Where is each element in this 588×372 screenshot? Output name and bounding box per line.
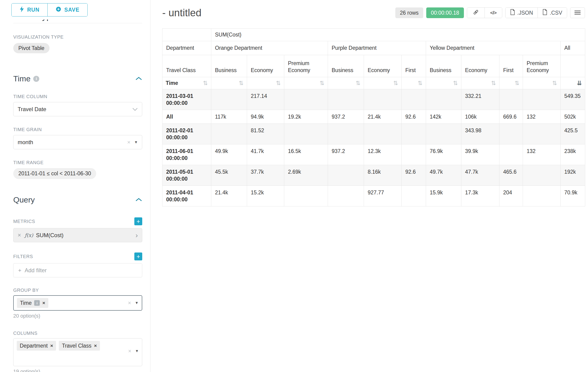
sort-icon[interactable]: ⇅ xyxy=(203,80,208,86)
pivot-class-header: Premium Economy xyxy=(284,55,328,77)
download-csv-button[interactable]: .CSV xyxy=(537,8,567,18)
sort-icon[interactable]: ⇅ xyxy=(491,80,496,86)
time-grain-select[interactable]: month × ▼ xyxy=(13,135,142,149)
pivot-class-header: Economy xyxy=(247,55,284,77)
copy-link-button[interactable] xyxy=(467,8,484,18)
save-button[interactable]: SAVE xyxy=(47,3,87,16)
pivot-sort-header[interactable]: ⇅ xyxy=(499,77,523,89)
plus-circle-icon xyxy=(55,6,61,13)
sort-icon[interactable]: ⇅ xyxy=(393,80,398,86)
remove-tag-icon[interactable]: × xyxy=(94,343,97,349)
sort-icon[interactable]: ⇅ xyxy=(276,80,281,86)
chart-title[interactable]: - untitled xyxy=(162,7,201,19)
time-row-label: Time xyxy=(166,80,178,86)
clear-icon[interactable]: × xyxy=(127,139,130,145)
remove-metric-icon[interactable]: × xyxy=(18,232,21,239)
pivot-sort-header-all[interactable]: ⇊ xyxy=(561,77,585,89)
pivot-cell: 502k xyxy=(561,110,585,124)
dropdown-caret-icon[interactable]: ▼ xyxy=(135,301,138,305)
add-filter-button[interactable]: + Add filter xyxy=(13,263,142,277)
visualization-type-pill[interactable]: Pivot Table xyxy=(13,43,50,53)
pivot-sort-header[interactable]: ⇅ xyxy=(211,77,247,89)
clear-icon[interactable]: × xyxy=(128,348,131,354)
sort-icon[interactable]: ⇅ xyxy=(418,80,422,86)
pivot-cell xyxy=(328,186,364,206)
query-section-heading: Query xyxy=(13,195,35,204)
pivot-cell: 132 xyxy=(523,110,561,124)
sort-icon[interactable]: ⇅ xyxy=(356,80,360,86)
pivot-cell: 15.9k xyxy=(426,186,461,206)
pivot-cell xyxy=(523,89,561,110)
pivot-row-label: 2011-05-01 00:00:00 xyxy=(162,165,211,186)
save-button-label: SAVE xyxy=(64,7,80,13)
pivot-sort-header[interactable]: ⇅ xyxy=(461,77,499,89)
pivot-row-label: All xyxy=(162,110,211,124)
dropdown-caret-icon[interactable]: ▼ xyxy=(135,349,139,353)
sort-icon[interactable]: ⇅ xyxy=(320,80,325,86)
group-by-options-count: 20 option(s) xyxy=(13,313,142,319)
sort-icon[interactable]: ⇅ xyxy=(453,80,458,86)
pivot-cell: 132 xyxy=(523,144,561,165)
add-metric-button[interactable]: + xyxy=(134,217,142,225)
expand-metric-icon[interactable]: › xyxy=(136,231,138,239)
sort-icon[interactable]: ⇅ xyxy=(514,80,519,86)
pivot-cell: 37.7k xyxy=(247,165,284,186)
selected-option-tag: Timei× xyxy=(17,298,48,308)
download-csv-label: .CSV xyxy=(550,10,562,16)
metrics-label: METRICS xyxy=(13,219,35,224)
pivot-sort-header[interactable]: ⇅ xyxy=(402,77,426,89)
view-query-button[interactable]: </> xyxy=(484,8,502,18)
pivot-cell xyxy=(499,124,523,144)
run-save-button-group: RUN SAVE xyxy=(11,3,88,17)
pivot-cell: 39.9k xyxy=(461,144,499,165)
sort-icon[interactable]: ⇅ xyxy=(552,80,557,86)
pivot-sort-header[interactable]: ⇅ xyxy=(523,77,561,89)
sort-desc-icon[interactable]: ⇊ xyxy=(577,80,582,86)
pivot-sort-header[interactable]: ⇅ xyxy=(284,77,328,89)
pivot-time-axis-label[interactable]: Time⇅ xyxy=(162,77,211,89)
chevron-up-icon[interactable] xyxy=(135,197,142,202)
pivot-cell: 465.6 xyxy=(499,165,523,186)
info-icon: i xyxy=(34,300,40,306)
pivot-cell: 2.69k xyxy=(284,165,328,186)
pivot-cell: 142k xyxy=(426,110,461,124)
pivot-cell: 117k xyxy=(211,110,247,124)
columns-options-count: 19 option(s) xyxy=(13,369,142,372)
group-by-select[interactable]: Timei× × ▼ xyxy=(13,295,142,311)
pivot-sort-header[interactable]: ⇅ xyxy=(364,77,402,89)
pivot-cell: 16.5k xyxy=(284,144,328,165)
clear-icon[interactable]: × xyxy=(128,300,131,306)
time-range-pill[interactable]: 2011-01-01 ≤ col < 2011-06-30 xyxy=(13,168,96,179)
columns-select[interactable]: Department×Travel Class× × ▼ xyxy=(13,338,142,366)
file-icon xyxy=(510,9,515,17)
pivot-sort-header[interactable]: ⇅ xyxy=(247,77,284,89)
remove-tag-icon[interactable]: × xyxy=(50,343,53,349)
pivot-cell xyxy=(364,89,402,110)
metric-option[interactable]: × ƒ(x) SUM(Cost) › xyxy=(13,228,142,242)
pivot-cell: 8.16k xyxy=(364,165,402,186)
pivot-cell: 425.5 xyxy=(561,124,585,144)
time-column-select[interactable]: Travel Date xyxy=(13,102,142,116)
pivot-sort-header[interactable]: ⇅ xyxy=(426,77,461,89)
sort-icon[interactable]: ⇅ xyxy=(239,80,243,86)
pivot-cell: 92.6 xyxy=(402,110,426,124)
dropdown-caret-icon[interactable]: ▼ xyxy=(134,140,138,144)
pivot-cell: 92.6 xyxy=(402,165,426,186)
pivot-row-label: 2011-04-01 00:00:00 xyxy=(162,186,211,206)
tag-label: Time xyxy=(20,300,32,306)
chevron-up-icon[interactable] xyxy=(135,76,142,81)
pivot-cell: 21.4k xyxy=(364,110,402,124)
pivot-all-header: All xyxy=(561,41,585,55)
pivot-sort-header[interactable]: ⇅ xyxy=(328,77,364,89)
time-grain-value: month xyxy=(18,139,33,146)
download-json-button[interactable]: .JSON xyxy=(505,8,538,18)
pivot-class-header: Economy xyxy=(461,55,499,77)
run-button[interactable]: RUN xyxy=(12,3,47,16)
pivot-cell xyxy=(402,124,426,144)
pivot-cell xyxy=(328,165,364,186)
add-filter-plus-button[interactable]: + xyxy=(134,253,142,260)
time-section-heading: Time xyxy=(13,74,31,83)
pivot-metric-header: SUM(Cost) xyxy=(211,29,585,41)
menu-button[interactable] xyxy=(570,7,585,18)
remove-tag-icon[interactable]: × xyxy=(42,300,45,306)
